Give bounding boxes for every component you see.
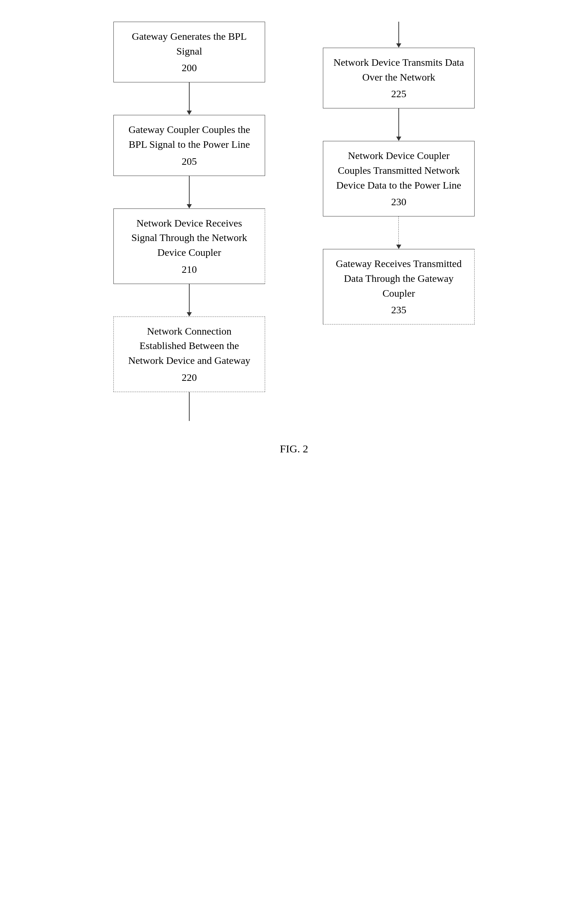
box-205: Gateway Coupler Couples the BPL Signal t…	[113, 115, 265, 176]
arrow-205-to-210	[187, 176, 192, 209]
top-arrow-head-225	[396, 44, 401, 48]
box-225: Network Device Transmits Data Over the N…	[323, 48, 475, 108]
arrow-head	[187, 312, 192, 317]
arrow-line	[189, 284, 190, 312]
box-200: Gateway Generates the BPL Signal 200	[113, 22, 265, 82]
arrow-line-dashed	[398, 217, 399, 245]
box-220: Network Connection Established Between t…	[113, 317, 265, 392]
tail-line-220	[189, 392, 190, 421]
left-column: Gateway Generates the BPL Signal 200 Gat…	[113, 22, 265, 421]
arrow-line	[398, 108, 399, 137]
arrow-head	[187, 204, 192, 209]
arrow-line	[189, 176, 190, 204]
box-235: Gateway Receives Transmitted Data Throug…	[323, 249, 475, 325]
arrow-line	[189, 82, 190, 111]
arrow-210-to-220	[187, 284, 192, 317]
figure-caption: FIG. 2	[0, 443, 588, 455]
arrow-200-to-205	[187, 82, 192, 115]
arrow-head	[396, 137, 401, 141]
right-column: Network Device Transmits Data Over the N…	[323, 22, 475, 421]
box-210: Network Device Receives Signal Through t…	[113, 209, 265, 284]
diagram-wrapper: Gateway Generates the BPL Signal 200 Gat…	[0, 0, 588, 455]
top-line-225	[398, 22, 399, 44]
columns-layout: Gateway Generates the BPL Signal 200 Gat…	[0, 0, 588, 421]
arrow-230-to-235	[396, 217, 401, 249]
arrow-head	[187, 111, 192, 115]
box-230: Network Device Coupler Couples Transmitt…	[323, 141, 475, 217]
arrow-225-to-230	[396, 108, 401, 141]
arrow-head	[396, 245, 401, 249]
